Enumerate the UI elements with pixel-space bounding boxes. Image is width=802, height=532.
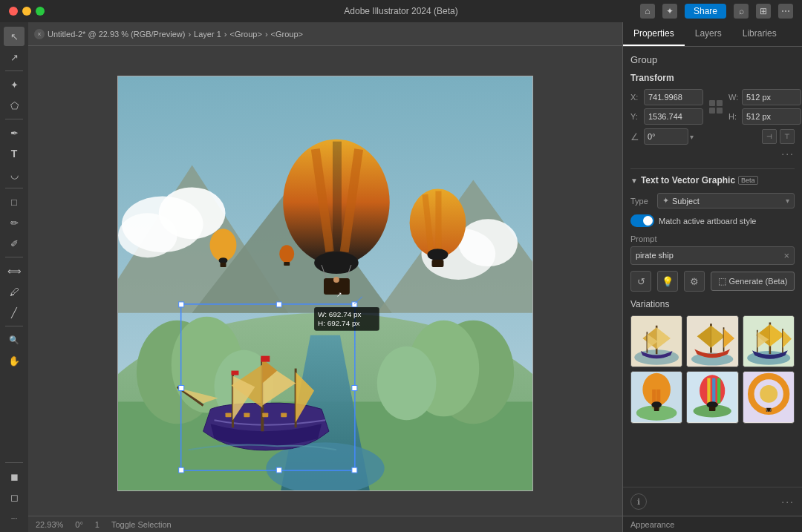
svg-point-27 — [333, 277, 339, 283]
prompt-input-wrap: pirate ship × — [630, 246, 795, 265]
lasso-tool[interactable]: ⬠ — [4, 96, 25, 115]
angle-select[interactable]: 0° — [644, 128, 688, 145]
variation-1[interactable] — [630, 315, 682, 367]
align-horizontal-icon[interactable]: ⊣ — [762, 129, 777, 144]
curve-tool[interactable]: ◡ — [4, 165, 25, 184]
breadcrumb-arrow-1: › — [188, 30, 191, 39]
group2-breadcrumb[interactable]: <Group> — [271, 30, 303, 39]
y-input[interactable] — [644, 108, 703, 125]
hand-tool[interactable]: ✋ — [4, 351, 25, 370]
transform-more: ··· — [630, 148, 795, 160]
panel-bottom: ℹ ··· — [623, 487, 802, 516]
tab-properties[interactable]: Properties — [623, 22, 685, 46]
type-value: Subject — [672, 197, 786, 206]
svg-point-23 — [314, 252, 359, 274]
gear-icon[interactable]: ⚙ — [684, 271, 705, 292]
history-icon[interactable]: ↺ — [630, 271, 651, 292]
transform-w-row: W: — [728, 89, 801, 105]
panel-tabs: Properties Layers Libraries — [623, 22, 802, 47]
svg-rect-37 — [284, 262, 290, 266]
app-title: Adobe Illustrator 2024 (Beta) — [344, 6, 457, 16]
prompt-clear-button[interactable]: × — [783, 251, 789, 260]
text-tool[interactable]: T — [4, 144, 25, 163]
x-input[interactable] — [644, 89, 703, 105]
eyedropper-tool[interactable]: 🖊 — [4, 282, 25, 301]
more-icon[interactable]: ⋯ — [778, 4, 793, 19]
style-toggle[interactable] — [630, 214, 654, 227]
svg-rect-44 — [225, 413, 231, 417]
pencil-tool[interactable]: ✐ — [4, 234, 25, 253]
align-vertical-icon[interactable]: ⊤ — [780, 129, 795, 144]
beta-badge: Beta — [738, 176, 758, 185]
variation-2[interactable] — [686, 315, 738, 367]
breadcrumb-arrow-3: › — [265, 30, 268, 39]
w-input[interactable] — [742, 89, 801, 105]
measure-tool[interactable]: ╱ — [4, 303, 25, 322]
settings-icon[interactable]: 💡 — [657, 271, 678, 292]
prompt-input[interactable]: pirate ship — [636, 251, 780, 260]
type-dropdown-icon: ▾ — [786, 197, 789, 205]
illustration-svg: ↗ W: 692.74 px H: 692.74 px — [118, 76, 532, 490]
svg-point-80 — [651, 401, 662, 408]
canvas-viewport[interactable]: ↗ W: 692.74 px H: 692.74 px — [28, 46, 622, 516]
grid-icon[interactable]: ⊞ — [756, 4, 771, 19]
magic-wand-tool[interactable]: ✦ — [4, 75, 25, 94]
tab-layers[interactable]: Layers — [685, 22, 732, 46]
screen-mode[interactable]: ◻ — [4, 487, 25, 507]
right-panel: Properties Layers Libraries Group Transf… — [622, 22, 802, 532]
shape-tool[interactable]: □ — [4, 192, 25, 211]
direct-selection-tool[interactable]: ↗ — [4, 47, 25, 67]
type-dropdown[interactable]: ✦ Subject ▾ — [657, 193, 795, 208]
status-bar: 22.93% 0° 1 Toggle Selection — [28, 516, 622, 532]
svg-rect-87 — [717, 378, 720, 404]
collapse-icon[interactable]: ▼ — [630, 177, 638, 185]
svg-rect-54 — [179, 467, 184, 473]
variation-6[interactable] — [743, 371, 795, 423]
svg-rect-50 — [276, 302, 281, 307]
generate-label: Generate (Beta) — [729, 277, 788, 286]
traffic-lights — [9, 7, 45, 16]
title-bar-right: ⌂ ✦ Share ⌕ ⊞ ⋯ — [640, 4, 793, 19]
angle-row: ∠ 0° ▾ ⊣ ⊤ — [630, 128, 795, 145]
minimize-button[interactable] — [22, 7, 31, 16]
transform-h-row: H: — [728, 108, 801, 125]
variation-4[interactable] — [630, 371, 682, 423]
zoom-tool[interactable]: 🔍 — [4, 330, 25, 349]
home-icon[interactable]: ⌂ — [640, 4, 655, 19]
blend-tool[interactable]: ⟺ — [4, 261, 25, 280]
info-button[interactable]: ℹ — [630, 493, 647, 510]
generate-button[interactable]: ⬚ Generate (Beta) — [711, 272, 795, 291]
transform-more-button[interactable]: ··· — [781, 148, 795, 160]
svg-rect-51 — [352, 302, 357, 307]
transform-y-row: Y: — [630, 108, 703, 125]
y-label: Y: — [630, 112, 641, 121]
tab-close-button[interactable]: × — [34, 29, 45, 39]
search-icon[interactable]: ⌕ — [734, 4, 749, 19]
artboard[interactable]: ↗ W: 692.74 px H: 692.74 px — [117, 76, 533, 491]
ai-icon[interactable]: ✦ — [662, 4, 677, 19]
section-header: ▼ Text to Vector Graphic Beta — [630, 175, 795, 185]
share-button[interactable]: Share — [685, 4, 726, 19]
variation-3[interactable] — [743, 315, 795, 367]
angle-dropdown-icon: ▾ — [690, 133, 694, 141]
svg-rect-46 — [262, 413, 268, 417]
close-button[interactable] — [9, 7, 18, 16]
variation-5[interactable] — [686, 371, 738, 423]
svg-rect-21 — [333, 142, 342, 254]
svg-rect-55 — [276, 467, 281, 473]
paint-brush-tool[interactable]: ✏ — [4, 213, 25, 232]
tool-separator-1 — [5, 70, 23, 71]
layer-breadcrumb[interactable]: Layer 1 — [194, 30, 221, 39]
group-label: Group — [630, 54, 795, 65]
group1-breadcrumb[interactable]: <Group> — [229, 30, 261, 39]
pen-tool[interactable]: ✒ — [4, 123, 25, 142]
app-body: ↖ ↗ ✦ ⬠ ✒ T ◡ □ ✏ ✐ ⟺ 🖊 ╱ 🔍 ✋ ◼ ◻ ··· × … — [0, 22, 802, 532]
selection-tool[interactable]: ↖ — [4, 27, 25, 46]
tab-libraries[interactable]: Libraries — [732, 22, 787, 46]
more-tools[interactable]: ··· — [4, 508, 25, 528]
fill-color[interactable]: ◼ — [4, 467, 25, 486]
maximize-button[interactable] — [36, 7, 45, 16]
h-label: H: — [728, 112, 739, 121]
panel-more-button[interactable]: ··· — [781, 493, 795, 510]
h-input[interactable] — [742, 108, 801, 125]
